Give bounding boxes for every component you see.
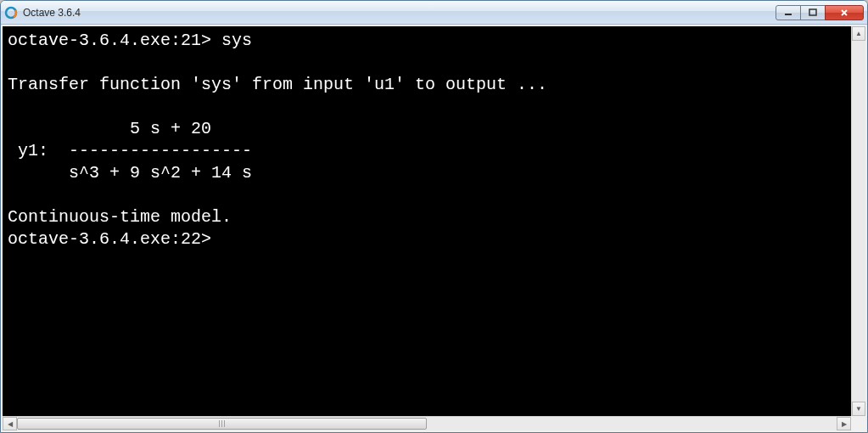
vertical-scrollbar[interactable]: ▲ ▼ <box>851 26 865 416</box>
content-area: octave-3.6.4.exe:21> sys Transfer functi… <box>1 25 867 432</box>
window-controls <box>776 5 864 20</box>
scroll-up-arrow-icon[interactable]: ▲ <box>852 26 865 41</box>
horizontal-scrollbar[interactable]: ◀ ▶ <box>3 416 851 430</box>
app-window: Octave 3.6.4 octave-3.6.4.exe:21> sys Tr… <box>0 0 868 433</box>
terminal-line: s^3 + 9 s^2 + 14 s <box>8 163 252 183</box>
terminal-output[interactable]: octave-3.6.4.exe:21> sys Transfer functi… <box>3 26 851 416</box>
terminal-line: octave-3.6.4.exe:21> sys <box>8 31 252 50</box>
maximize-button[interactable] <box>800 5 826 20</box>
horizontal-scroll-thumb[interactable] <box>17 418 427 430</box>
app-icon <box>4 6 18 20</box>
horizontal-scroll-track[interactable] <box>17 417 837 430</box>
titlebar[interactable]: Octave 3.6.4 <box>1 1 867 25</box>
scroll-left-arrow-icon[interactable]: ◀ <box>3 417 17 430</box>
terminal-wrapper: octave-3.6.4.exe:21> sys Transfer functi… <box>3 26 865 416</box>
terminal-line: y1: ------------------ <box>8 141 252 160</box>
terminal-line: Continuous-time model. <box>8 207 232 227</box>
scroll-right-arrow-icon[interactable]: ▶ <box>837 417 851 430</box>
terminal-line: 5 s + 20 <box>8 119 211 138</box>
svg-rect-2 <box>785 14 792 15</box>
terminal-line: Transfer function 'sys' from input 'u1' … <box>8 75 547 94</box>
scroll-corner <box>851 416 865 430</box>
minimize-button[interactable] <box>776 5 801 20</box>
vertical-scroll-track[interactable] <box>852 41 865 402</box>
svg-rect-3 <box>809 9 816 15</box>
terminal-line: octave-3.6.4.exe:22> <box>8 229 211 249</box>
close-button[interactable] <box>825 5 864 20</box>
window-title: Octave 3.6.4 <box>23 7 776 19</box>
scroll-down-arrow-icon[interactable]: ▼ <box>852 402 865 416</box>
